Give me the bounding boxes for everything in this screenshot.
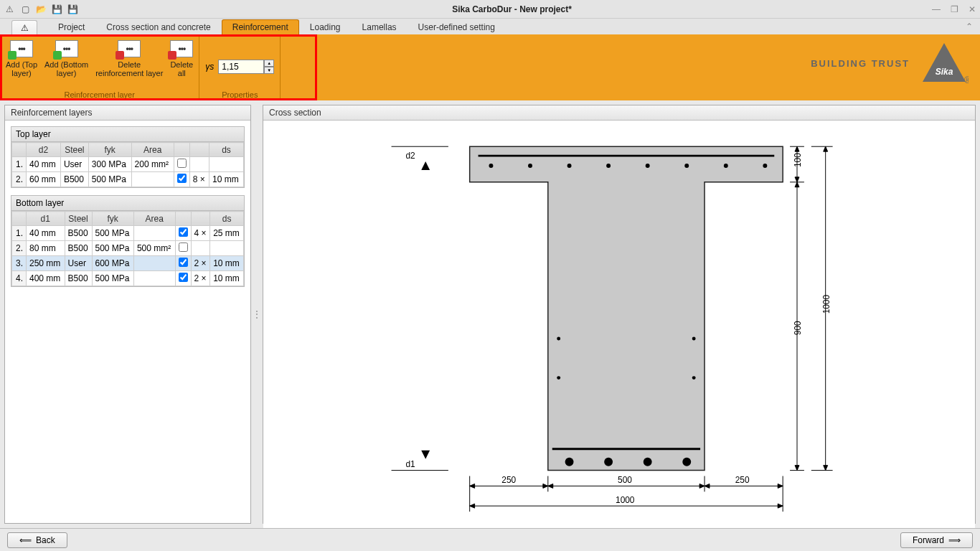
saveas-icon[interactable]: 💾: [67, 4, 77, 14]
svg-point-18: [565, 458, 574, 466]
svg-marker-33: [795, 182, 799, 187]
svg-point-5: [489, 164, 493, 168]
warning-icon[interactable]: ⚠: [4, 4, 14, 14]
add-bottom-layer-button[interactable]: ••• Add (Bottom layer): [44, 37, 88, 89]
tab-lamellas[interactable]: Lamellas: [352, 19, 407, 34]
label: Add (Bottom layer): [44, 60, 88, 77]
cross-section-panel: Cross section: [263, 105, 976, 524]
plus-icon: [53, 51, 62, 60]
sika-logo: Sika ®: [920, 42, 969, 85]
top-layer-group: Top layer d2SteelfykAreads 1.40 mmUser30…: [11, 126, 245, 188]
new-icon[interactable]: ▢: [20, 4, 30, 14]
svg-marker-52: [705, 484, 710, 488]
table-row[interactable]: 3.250 mmUser600 MPa 2 ×10 mm: [12, 256, 244, 271]
svg-point-21: [682, 458, 691, 466]
svg-marker-34: [795, 466, 799, 471]
svg-marker-53: [778, 484, 783, 488]
svg-point-8: [606, 164, 611, 168]
footer: ⟸Back Forward⟹: [0, 528, 980, 551]
label: Delete reinforcement layer: [95, 60, 163, 77]
group-caption: Properties: [205, 89, 274, 99]
dim-250r: 250: [735, 475, 750, 485]
group-caption: Reinforcement layer: [6, 89, 193, 99]
warning-icon: ⚠: [21, 23, 29, 33]
svg-point-15: [557, 376, 560, 380]
x-icon: [116, 51, 124, 60]
table-row[interactable]: 2.80 mmB500500 MPa500 mm²: [12, 241, 244, 256]
svg-point-20: [644, 458, 652, 466]
svg-marker-55: [778, 504, 783, 508]
table-row[interactable]: 4.400 mmB500500 MPa 2 ×10 mm: [12, 271, 244, 286]
tab-user-defined[interactable]: User-defined setting: [407, 19, 506, 34]
delete-layer-button[interactable]: ••• Delete reinforcement layer: [95, 37, 163, 89]
tab-reinforcement[interactable]: Reinforcement: [222, 19, 299, 34]
tab-loading[interactable]: Loading: [299, 19, 352, 34]
checkbox[interactable]: [177, 159, 187, 168]
svg-marker-50: [548, 484, 553, 488]
brand: BUILDING TRUST Sika ®: [811, 42, 969, 85]
cross-section-drawing: d2 d1 100 900 1000: [263, 121, 975, 528]
spin-down-icon[interactable]: ▼: [264, 67, 274, 74]
svg-marker-24: [421, 451, 430, 459]
arrow-right-icon: ⟹: [948, 535, 961, 545]
open-icon[interactable]: 📂: [36, 4, 46, 14]
spin-up-icon[interactable]: ▲: [264, 60, 274, 67]
tab-project[interactable]: Project: [47, 19, 95, 34]
save-icon[interactable]: 💾: [52, 4, 62, 14]
dim-100: 100: [793, 153, 803, 167]
checkbox[interactable]: [179, 227, 188, 237]
dim-1000h: 1000: [616, 495, 635, 505]
gamma-s-spinner[interactable]: ▲▼: [218, 60, 274, 74]
plus-icon: [8, 51, 17, 60]
table-row[interactable]: 2.60 mmB500500 MPa 8 ×10 mm: [12, 172, 244, 187]
svg-text:Sika: Sika: [936, 67, 953, 77]
top-layer-table[interactable]: d2SteelfykAreads 1.40 mmUser300 MPa200 m…: [11, 142, 244, 187]
svg-point-16: [692, 376, 696, 380]
svg-marker-54: [470, 504, 475, 508]
delete-all-button[interactable]: ••• Delete all: [170, 37, 193, 89]
checkbox[interactable]: [179, 242, 188, 252]
svg-point-13: [557, 337, 560, 341]
collapse-ribbon-icon[interactable]: ⌃: [966, 22, 973, 32]
gamma-s-input[interactable]: [218, 60, 264, 74]
forward-button[interactable]: Forward⟹: [900, 532, 973, 548]
svg-point-9: [646, 164, 650, 168]
svg-point-14: [692, 337, 696, 341]
table-row[interactable]: 1.40 mmB500500 MPa 4 ×25 mm: [12, 226, 244, 241]
dim-500: 500: [618, 475, 632, 485]
panel-title: Reinforcement layers: [5, 105, 250, 121]
checkbox[interactable]: [177, 174, 187, 183]
reinforcement-layers-panel: Reinforcement layers Top layer d2Steelfy…: [4, 105, 251, 524]
bottom-layer-table[interactable]: d1SteelfykAreads 1.40 mmB500500 MPa 4 ×2…: [11, 211, 244, 286]
restore-icon[interactable]: ❐: [951, 4, 958, 14]
x-icon: [168, 51, 176, 60]
gamma-s-label: γs: [205, 62, 214, 72]
group-title: Top layer: [11, 127, 244, 142]
d1-label: d1: [405, 459, 415, 469]
add-top-layer-button[interactable]: ••• Add (Top layer): [6, 37, 37, 89]
close-icon[interactable]: ✕: [969, 4, 976, 14]
panel-title: Cross section: [263, 105, 975, 121]
svg-point-11: [724, 164, 728, 168]
tab-cross-section[interactable]: Cross section and concrete: [95, 19, 221, 34]
checkbox[interactable]: [179, 258, 188, 267]
back-button[interactable]: ⟸Back: [7, 532, 67, 548]
title-bar: ⚠ ▢ 📂 💾 💾 Sika CarboDur - New project* —…: [0, 0, 980, 19]
app-tab[interactable]: ⚠: [11, 20, 37, 34]
splitter-handle[interactable]: ⋮: [255, 105, 258, 524]
svg-point-6: [528, 164, 532, 168]
bottom-layer-group: Bottom layer d1SteelfykAreads 1.40 mmB50…: [11, 195, 245, 287]
minimize-icon[interactable]: —: [932, 4, 941, 14]
label: Delete all: [170, 60, 193, 77]
svg-point-7: [567, 164, 572, 168]
dim-900: 900: [793, 321, 803, 335]
checkbox[interactable]: [179, 273, 188, 282]
table-row[interactable]: 1.40 mmUser300 MPa200 mm²: [12, 157, 244, 172]
arrow-left-icon: ⟸: [19, 535, 32, 545]
ribbon: ••• Add (Top layer) ••• Add (Bottom laye…: [0, 34, 980, 100]
svg-marker-48: [470, 484, 475, 488]
quick-access-toolbar: ⚠ ▢ 📂 💾 💾: [4, 4, 77, 14]
dim-1000v: 1000: [821, 294, 831, 314]
ribbon-tabs: ⚠ Project Cross section and concrete Rei…: [0, 19, 980, 34]
brand-text: BUILDING TRUST: [811, 58, 910, 69]
